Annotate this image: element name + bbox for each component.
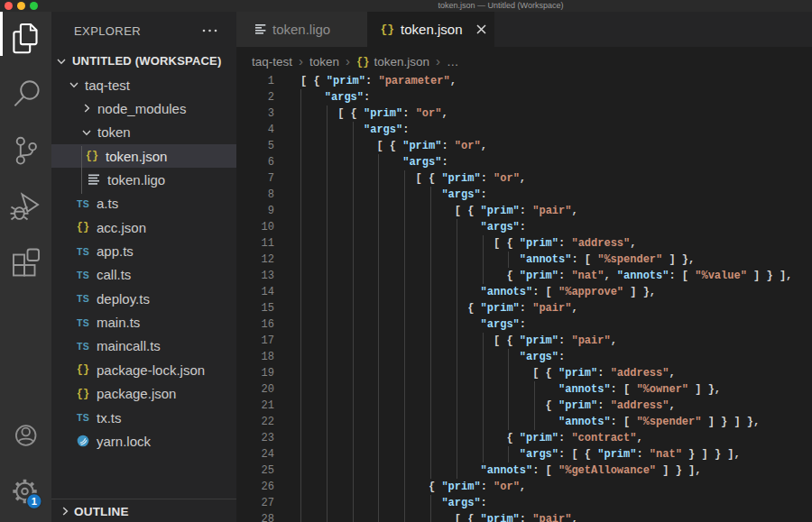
svg-text:1: 1 bbox=[32, 496, 37, 507]
